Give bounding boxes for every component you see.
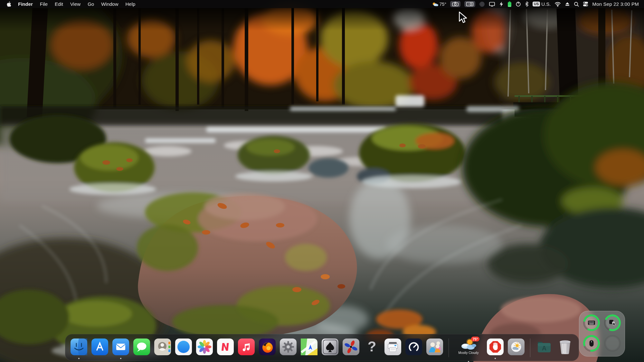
weather-icon [432,2,438,7]
power-status[interactable] [516,1,521,7]
display-icon [489,2,495,7]
mouse-cursor [459,12,468,26]
mouse-icon [590,340,594,347]
mail-icon [112,339,129,355]
question-mark-icon: ? [364,339,380,355]
app-store-icon [91,339,108,355]
input-monitor-overlay [579,311,625,357]
messages-icon [133,339,150,355]
people-icon [426,339,443,355]
control-center-status[interactable] [583,1,588,7]
battery-icon [507,1,512,7]
svg-text:?: ? [368,339,376,354]
applications-folder-icon: A [536,339,553,355]
dock-firefox[interactable] [259,339,276,355]
dock-system-settings[interactable] [280,339,297,355]
power-icon [516,1,521,7]
firefox-icon [259,339,276,355]
menu-window[interactable]: Window [98,0,122,8]
mouse-activity-ring [582,334,601,354]
dock-trash[interactable] [557,339,573,355]
input-badge: US [533,2,540,6]
bolt-icon [499,1,504,7]
dock-safari[interactable] [175,339,192,355]
eject-icon [565,2,570,6]
speedometer-icon [405,339,422,355]
dock-separator [530,339,530,357]
gear-icon [280,339,297,355]
display-status[interactable] [489,2,495,7]
news-icon [217,339,234,355]
sun-cloud-icon [508,339,525,355]
weather-caption: Mostly Cloudy [459,351,479,355]
eject-status[interactable] [565,2,570,6]
menu-finder[interactable]: Finder [14,0,36,8]
dock-news[interactable] [217,339,234,355]
input-source-status[interactable]: US U.S. [533,1,551,7]
dock-photos[interactable] [196,339,213,355]
dock-contacts[interactable] [154,339,171,355]
apple-icon [6,1,11,7]
dark-circle-status[interactable] [479,1,485,7]
svg-text:A: A [542,345,546,352]
dock-finder[interactable] [71,339,87,355]
dock-unknown-app[interactable]: ? [364,339,380,355]
trash-icon [557,339,573,355]
dock-weather[interactable]: 75° Mostly Cloudy [454,339,483,358]
screenshot-status[interactable] [450,1,460,7]
spotlight-status[interactable] [574,2,579,7]
photos-icon [196,339,213,355]
dock-people-app[interactable] [426,339,443,355]
music-icon [238,339,255,355]
search-icon [574,2,579,7]
satellite-icon [343,339,359,355]
dock-printer[interactable] [384,339,401,355]
battery-status[interactable] [507,1,512,7]
control-center-icon [583,1,588,7]
bluetooth-icon [525,1,529,7]
dock-weather-alt[interactable] [508,339,525,355]
printer-icon [384,339,401,355]
apple-menu[interactable] [5,1,14,7]
menu-bar: Finder File Edit View Go Window Help 75° [0,0,644,8]
camera-icon [452,2,459,6]
dock-stop-adblock[interactable] [487,339,504,355]
clock[interactable]: Mon Sep 22 3:00 PM [592,1,639,7]
energy-status[interactable] [499,1,504,7]
input-label: U.S. [541,1,551,7]
contacts-icon [154,339,171,355]
menu-help[interactable]: Help [122,0,139,8]
keyboard-icon [588,321,595,325]
dock-messages[interactable] [133,339,150,355]
empty-activity-ring [603,334,621,354]
stop-hand-icon [487,339,504,355]
weather-badge: 75° [471,337,479,341]
dock-solitaire[interactable] [322,339,338,355]
bluetooth-status[interactable] [525,1,529,7]
wifi-status[interactable] [554,2,561,7]
wifi-icon [554,2,561,7]
desktop-wallpaper [0,0,644,362]
dock-mail[interactable] [112,339,129,355]
dock-maps[interactable] [301,339,317,355]
menu-go[interactable]: Go [84,0,98,8]
weather-status[interactable]: 75° [432,2,446,7]
dock-speedtest[interactable] [405,339,422,355]
keyboard-activity-ring [582,314,601,333]
dock-separator [449,339,449,357]
menu-edit[interactable]: Edit [51,0,67,8]
maps-icon [301,339,317,355]
menu-view[interactable]: View [67,0,84,8]
dock-applications-folder[interactable]: A [536,339,553,355]
radio-status[interactable] [464,1,475,7]
dock-satellite-game[interactable] [343,339,359,355]
dark-circle-icon [479,1,485,7]
radio-icon [466,2,474,6]
dock-app-store[interactable] [91,339,108,355]
tap-activity-ring [603,314,621,333]
spade-icon [322,339,338,355]
dock-music[interactable] [238,339,255,355]
menu-file[interactable]: File [36,0,51,8]
safari-icon [175,339,192,355]
dock: ? [65,334,579,361]
